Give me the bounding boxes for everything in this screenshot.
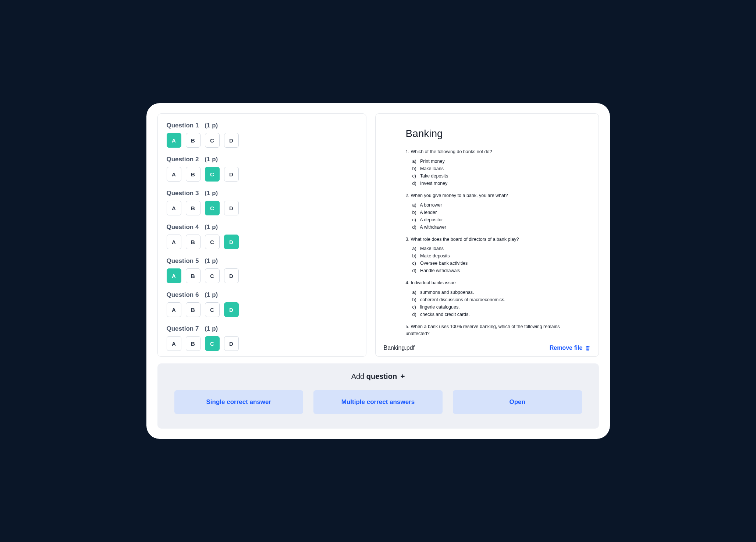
top-panels: Question 1(1 p)ABCDQuestion 2(1 p)ABCDQu… — [157, 113, 599, 357]
pdf-option: a) The money supply — [412, 339, 568, 340]
option-button[interactable]: B — [186, 336, 200, 351]
option-button[interactable]: D — [224, 201, 239, 215]
question-options: ABCD — [167, 133, 357, 148]
option-button[interactable]: A — [167, 302, 181, 317]
option-button[interactable]: D — [224, 133, 239, 148]
question-block: Question 4(1 p)ABCD — [167, 224, 357, 249]
pdf-scroll[interactable]: Banking 1. Which of the following do ban… — [376, 114, 599, 339]
add-question-panel: Add question + Single correct answerMult… — [157, 363, 599, 429]
option-button[interactable]: C — [205, 235, 220, 249]
option-button[interactable]: B — [186, 268, 200, 283]
question-points: (1 p) — [205, 122, 218, 129]
pdf-option: a) Print money — [412, 158, 568, 165]
question-name: Question 1 — [167, 122, 199, 129]
option-button[interactable]: D — [224, 167, 239, 182]
question-header: Question 6(1 p) — [167, 291, 357, 299]
app-frame: Question 1(1 p)ABCDQuestion 2(1 p)ABCDQu… — [146, 103, 610, 439]
answer-key-scroll[interactable]: Question 1(1 p)ABCDQuestion 2(1 p)ABCDQu… — [158, 114, 366, 356]
question-header: Question 5(1 p) — [167, 257, 357, 265]
option-button[interactable]: B — [186, 167, 200, 182]
question-block: Question 2(1 p)ABCD — [167, 156, 357, 182]
question-options: ABCD — [167, 302, 357, 317]
option-button[interactable]: B — [186, 133, 200, 148]
question-block: Question 1(1 p)ABCD — [167, 122, 357, 148]
pdf-footer: Banking.pdf Remove file — [376, 339, 599, 356]
question-header: Question 7(1 p) — [167, 325, 357, 332]
question-name: Question 2 — [167, 156, 199, 163]
pdf-question: 4. Individual banks issuea) summons and … — [406, 279, 568, 318]
question-points: (1 p) — [205, 291, 218, 299]
option-button[interactable]: A — [167, 336, 181, 351]
pdf-question-options: a) Print moneyb) Make loansc) Take depos… — [406, 158, 568, 187]
option-button[interactable]: C — [205, 336, 220, 351]
question-block: Question 3(1 p)ABCD — [167, 190, 357, 215]
question-options: ABCD — [167, 235, 357, 249]
pdf-question-text: 5. When a bank uses 100% reserve banking… — [406, 323, 568, 337]
add-question-label-light: Add — [351, 372, 366, 380]
option-button[interactable]: A — [167, 133, 181, 148]
option-button[interactable]: C — [205, 133, 220, 148]
pdf-title: Banking — [406, 128, 568, 140]
pdf-question-options: a) summons and subpoenas.b) coherent dis… — [406, 289, 568, 318]
remove-file-label: Remove file — [550, 345, 583, 351]
question-name: Question 3 — [167, 190, 199, 197]
question-name: Question 4 — [167, 224, 199, 231]
pdf-question-text: 3. What role does the board of directors… — [406, 236, 568, 243]
option-button[interactable]: D — [224, 302, 239, 317]
pdf-option: c) lingerie catalogues. — [412, 303, 568, 311]
pdf-option: b) Make deposits — [412, 252, 568, 260]
pdf-question: 1. Which of the following do banks not d… — [406, 148, 568, 187]
add-question-label-bold: question — [366, 372, 397, 380]
pdf-question-text: 2. When you give money to a bank, you ar… — [406, 192, 568, 199]
question-options: ABCD — [167, 167, 357, 182]
question-type-button[interactable]: Open — [453, 390, 582, 414]
question-points: (1 p) — [205, 156, 218, 163]
question-block: Question 5(1 p)ABCD — [167, 257, 357, 283]
remove-file-button[interactable]: Remove file — [550, 345, 590, 351]
option-button[interactable]: B — [186, 235, 200, 249]
option-button[interactable]: C — [205, 268, 220, 283]
question-options: ABCD — [167, 268, 357, 283]
question-header: Question 4(1 p) — [167, 224, 357, 231]
option-button[interactable]: A — [167, 201, 181, 215]
question-points: (1 p) — [205, 224, 218, 231]
pdf-question-text: 1. Which of the following do banks not d… — [406, 148, 568, 155]
option-button[interactable]: D — [224, 336, 239, 351]
pdf-option: a) A borrower — [412, 201, 568, 209]
trash-icon — [585, 345, 590, 351]
option-button[interactable]: B — [186, 201, 200, 215]
option-button[interactable]: A — [167, 235, 181, 249]
question-type-button[interactable]: Single correct answer — [174, 390, 304, 414]
pdf-option: b) Make loans — [412, 165, 568, 172]
option-button[interactable]: C — [205, 201, 220, 215]
pdf-question-text: 4. Individual banks issue — [406, 279, 568, 286]
option-button[interactable]: D — [224, 268, 239, 283]
question-block: Question 6(1 p)ABCD — [167, 291, 357, 317]
question-name: Question 6 — [167, 291, 199, 299]
pdf-question-options: a) The money supplyb) The interest ratec… — [406, 339, 568, 340]
question-options: ABCD — [167, 336, 357, 351]
pdf-option: b) coherent discussions of macroeconomic… — [412, 296, 568, 303]
question-header: Question 3(1 p) — [167, 190, 357, 197]
option-button[interactable]: C — [205, 167, 220, 182]
pdf-option: b) A lender — [412, 209, 568, 216]
question-header: Question 2(1 p) — [167, 156, 357, 163]
question-block: Question 7(1 p)ABCD — [167, 325, 357, 351]
question-type-button[interactable]: Multiple correct answers — [313, 390, 443, 414]
pdf-question-options: a) Make loansb) Make depositsc) Oversee … — [406, 245, 568, 274]
pdf-option: a) summons and subpoenas. — [412, 289, 568, 296]
option-button[interactable]: A — [167, 167, 181, 182]
add-question-title: Add question + — [174, 372, 582, 381]
pdf-option: d) checks and credit cards. — [412, 311, 568, 318]
option-button[interactable]: C — [205, 302, 220, 317]
option-button[interactable]: D — [224, 235, 239, 249]
option-button[interactable]: A — [167, 268, 181, 283]
option-button[interactable]: B — [186, 302, 200, 317]
question-name: Question 7 — [167, 325, 199, 332]
question-header: Question 1(1 p) — [167, 122, 357, 129]
question-name: Question 5 — [167, 257, 199, 265]
question-points: (1 p) — [205, 190, 218, 197]
question-points: (1 p) — [205, 257, 218, 265]
pdf-area: Banking 1. Which of the following do ban… — [376, 114, 599, 339]
pdf-option: d) Handle withdrawals — [412, 267, 568, 274]
